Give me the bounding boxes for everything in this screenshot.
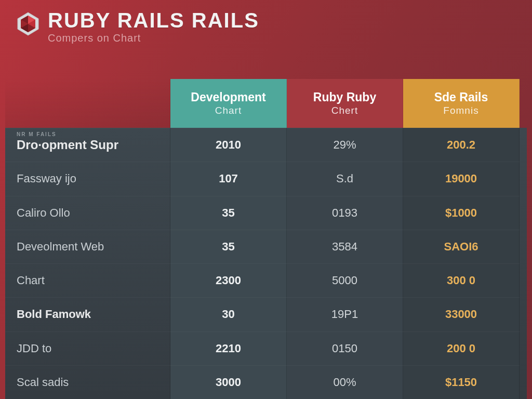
row-label-text: Scal sadis [17, 376, 69, 389]
table-cell: S.d [287, 162, 403, 195]
table-cell-value: $1150 [445, 376, 477, 389]
ruby-logo-icon [16, 11, 41, 36]
table-cell: 2010 [170, 128, 287, 162]
table-cell: 300 0 [403, 263, 520, 297]
row-label-text: Deveolment Web [17, 240, 104, 254]
table-cell: 200.2 [403, 128, 520, 162]
table-cell-value: 5000 [332, 274, 357, 287]
row-label: Bold Famowk [5, 297, 170, 331]
table-cell: 5000 [287, 263, 403, 297]
column-header: Ruby RubyChert [287, 79, 403, 128]
column-header-sub: Chart [215, 105, 242, 116]
table-cell: 3584 [287, 230, 403, 263]
row-label-text: Caliro Ollo [17, 206, 70, 220]
row-label: Scal sadis [5, 365, 170, 399]
table-cell-value: 33000 [445, 308, 477, 321]
table-cell: 35 [170, 196, 287, 230]
page-subtitle: Compers on Chart [48, 32, 259, 44]
table-cell-value: 107 [219, 172, 238, 185]
column-header-label: Ruby Ruby [313, 90, 376, 104]
row-label: Fassway ijo [5, 162, 170, 195]
table-cell-value: SAOI6 [444, 240, 478, 254]
table-cell: 2210 [170, 331, 287, 365]
table-cell: 0150 [287, 331, 403, 365]
table-cell: 19P1 [287, 297, 403, 331]
row-label-text: Bold Famowk [17, 308, 91, 321]
table-cell: 19000 [403, 162, 520, 195]
column-header-label: Development [191, 90, 265, 104]
table-cell: 200 0 [403, 331, 520, 365]
table-cell: 33000 [403, 297, 520, 331]
row-label: Caliro Ollo [5, 196, 170, 230]
row-label-text: Chart [17, 274, 45, 287]
row-label-text: JDD to [17, 342, 51, 355]
table-cell-value: $1000 [445, 206, 477, 220]
table-cell: 35 [170, 230, 287, 263]
column-header: DevelopmentChart [170, 79, 287, 128]
table-cell-value: 0150 [332, 342, 357, 355]
column-header-sub: Fomnis [443, 105, 478, 116]
table-cell: SAOI6 [403, 230, 520, 263]
table-cell-value: 200.2 [447, 138, 475, 152]
header: RUBY RAILS RAILS Compers on Chart [0, 0, 532, 44]
table-cell: 3000 [170, 365, 287, 399]
table-cell: 0193 [287, 196, 403, 230]
column-header-label: Sde Rails [434, 90, 488, 104]
row-label-text: Fassway ijo [17, 172, 76, 185]
table-cell-value: 2300 [216, 274, 241, 287]
table-cell-value: 3000 [216, 376, 241, 389]
column-header-sub: Chert [331, 105, 358, 116]
table-cell-value: 30 [222, 308, 234, 321]
table-cell-value: 0193 [332, 206, 357, 220]
table-cell-value: 35 [222, 240, 234, 254]
table-corner [5, 79, 170, 128]
column-header: Sde RailsFomnis [403, 79, 520, 128]
table-cell: 2300 [170, 263, 287, 297]
table-cell-value: 200 0 [447, 342, 475, 355]
table-cell: 29% [287, 128, 403, 162]
table-cell: 30 [170, 297, 287, 331]
table-cell: 00% [287, 365, 403, 399]
table-cell: 107 [170, 162, 287, 195]
row-mini-label: NR M FAILS [17, 131, 57, 137]
table-cell-value: 19P1 [331, 308, 358, 321]
row-label: Chart [5, 263, 170, 297]
table-cell-value: S.d [336, 172, 353, 185]
row-label: JDD to [5, 331, 170, 365]
row-label: NR M FAILSDro·opment Supr [5, 128, 170, 162]
table-cell: $1150 [403, 365, 520, 399]
page-title: RUBY RAILS RAILS [48, 9, 259, 31]
table-cell-value: 300 0 [447, 274, 475, 287]
table-cell-value: 29% [333, 138, 356, 152]
table-cell-value: 19000 [445, 172, 477, 185]
comparison-table: DevelopmentChartRuby RubyChertSde RailsF… [5, 79, 527, 399]
table-cell-value: 35 [222, 206, 234, 220]
table-cell-value: 3584 [332, 240, 357, 254]
table-cell: $1000 [403, 196, 520, 230]
table-cell-value: 00% [333, 376, 356, 389]
row-label: Deveolment Web [5, 230, 170, 263]
table-cell-value: 2010 [216, 138, 241, 152]
row-label-text: Dro·opment Supr [17, 138, 118, 152]
table-cell-value: 2210 [216, 342, 241, 355]
